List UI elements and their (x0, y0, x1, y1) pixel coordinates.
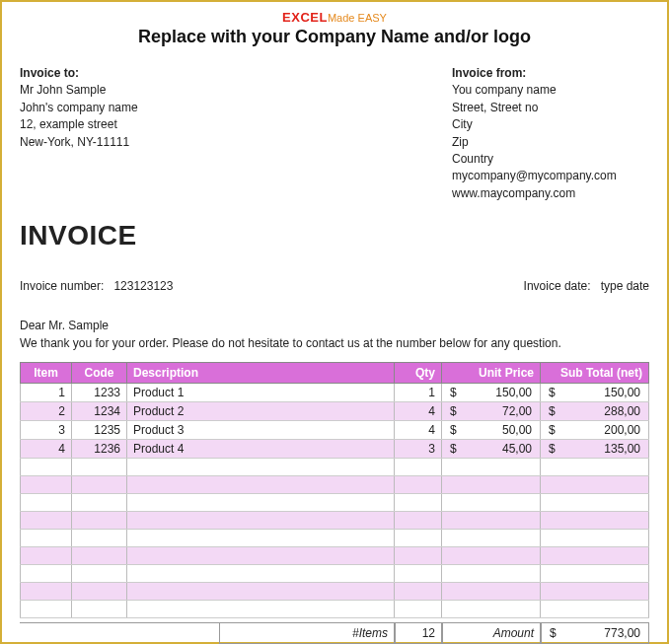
table-row: 31235Product 34$50,00$200,00 (21, 421, 649, 440)
table-row: 11233Product 11$150,00$150,00 (21, 384, 649, 402)
currency-symbol: $ (448, 404, 457, 418)
brand-easy: EASY (354, 12, 386, 24)
cell-qty: 1 (395, 384, 442, 402)
totals-amount-label: Amount (442, 623, 541, 644)
invoice-to-label: Invoice to: (20, 65, 217, 82)
invoice-from-line: Street, Street no (452, 100, 649, 116)
amount-value: 45,00 (502, 442, 534, 456)
cell-description: Product 4 (127, 440, 395, 459)
salutation: Dear Mr. Sample (20, 319, 649, 332)
cell-item: 1 (21, 384, 72, 402)
table-row-empty (21, 583, 649, 601)
totals-row: #Items 12 Amount $ 773,00 (20, 622, 649, 644)
invoice-to-line: John's company name (20, 100, 217, 116)
header-unit-price: Unit Price (442, 363, 541, 384)
table-row-empty (21, 601, 649, 618)
cell-description: Product 1 (127, 384, 395, 402)
amount-value: 50,00 (502, 423, 534, 437)
invoice-from-line: mycompany@mycompany.com (452, 168, 649, 184)
invoice-date: Invoice date: type date (524, 279, 649, 293)
invoice-date-label: Invoice date: (524, 279, 591, 293)
amount-value: 150,00 (495, 386, 534, 399)
cell-qty: 3 (395, 440, 442, 459)
invoice-to-line: Mr John Sample (20, 82, 217, 99)
cell-description: Product 2 (127, 402, 395, 421)
amount-value: 200,00 (604, 423, 642, 437)
totals-amount-value: $ 773,00 (541, 623, 649, 644)
cell-item: 3 (21, 421, 72, 440)
brand-logo-text: EXCELMade EASY (20, 10, 649, 25)
company-name-placeholder: Replace with your Company Name and/or lo… (20, 27, 649, 47)
brand-made: Made (328, 12, 355, 24)
header-description: Description (127, 363, 395, 384)
table-row-empty (21, 512, 649, 530)
currency-symbol: $ (548, 626, 557, 640)
table-row-empty (21, 494, 649, 512)
brand-header: EXCELMade EASY Replace with your Company… (20, 10, 649, 47)
header-sub-total: Sub Total (net) (541, 363, 649, 384)
cell-qty: 4 (395, 402, 442, 421)
amount-value: 288,00 (604, 404, 642, 418)
currency-symbol: $ (547, 404, 556, 418)
invoice-to-line: 12, example street (20, 116, 217, 133)
cell-code: 1235 (72, 421, 127, 440)
invoice-from-line: You company name (452, 82, 649, 99)
cell-code: 1234 (72, 402, 127, 421)
invoice-from-label: Invoice from: (452, 65, 649, 82)
table-row: 41236Product 43$45,00$135,00 (21, 440, 649, 459)
header-code: Code (72, 363, 127, 384)
cell-item: 2 (21, 402, 72, 421)
invoice-to: Invoice to: Mr John Sample John's compan… (20, 65, 217, 202)
table-row-empty (21, 476, 649, 494)
currency-symbol: $ (547, 442, 556, 456)
amount-value: 72,00 (502, 404, 534, 418)
cell-qty: 4 (395, 421, 442, 440)
table-row-empty (21, 459, 649, 476)
cell-description: Product 3 (127, 421, 395, 440)
table-row-empty (21, 565, 649, 583)
currency-symbol: $ (547, 386, 556, 399)
cell-code: 1233 (72, 384, 127, 402)
totals-items-label: #Items (219, 623, 395, 644)
invoice-page: EXCELMade EASY Replace with your Company… (0, 0, 669, 644)
header-qty: Qty (395, 363, 442, 384)
invoice-number: Invoice number: 123123123 (20, 279, 173, 293)
currency-symbol: $ (547, 423, 556, 437)
totals-items-value: 12 (395, 623, 442, 644)
invoice-number-value: 123123123 (113, 279, 173, 293)
thank-you-line: We thank you for your order. Please do n… (20, 336, 649, 350)
cell-item: 4 (21, 440, 72, 459)
items-table: Item Code Description Qty Unit Price Sub… (20, 362, 649, 618)
address-block: Invoice to: Mr John Sample John's compan… (20, 65, 649, 202)
invoice-number-label: Invoice number: (20, 279, 104, 293)
invoice-date-value: type date (601, 279, 649, 293)
currency-symbol: $ (448, 386, 457, 399)
header-item: Item (21, 363, 72, 384)
cell-code: 1236 (72, 440, 127, 459)
table-header-row: Item Code Description Qty Unit Price Sub… (21, 363, 649, 384)
invoice-from-line: City (452, 116, 649, 133)
brand-excel: EXCEL (282, 10, 328, 25)
currency-symbol: $ (448, 442, 457, 456)
invoice-from-line: www.maycompany.com (452, 185, 649, 202)
totals-amount-number: 773,00 (604, 626, 642, 640)
invoice-title: INVOICE (20, 220, 649, 251)
table-row: 21234Product 24$72,00$288,00 (21, 402, 649, 421)
amount-value: 135,00 (604, 442, 642, 456)
amount-value: 150,00 (604, 386, 642, 399)
invoice-meta: Invoice number: 123123123 Invoice date: … (20, 279, 649, 293)
table-row-empty (21, 530, 649, 547)
invoice-from-line: Zip (452, 134, 649, 151)
invoice-from: Invoice from: You company name Street, S… (452, 65, 649, 202)
invoice-from-line: Country (452, 151, 649, 168)
table-row-empty (21, 547, 649, 565)
invoice-to-line: New-York, NY-11111 (20, 134, 217, 151)
currency-symbol: $ (448, 423, 457, 437)
